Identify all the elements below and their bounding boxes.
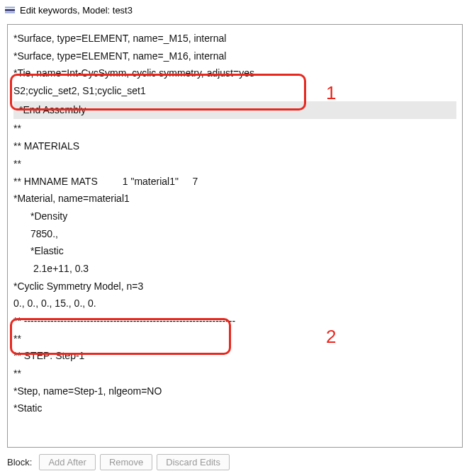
svg-rect-1 bbox=[5, 7, 15, 8]
code-line[interactable]: ** MATERIALS bbox=[13, 139, 456, 154]
bottom-toolbar: Block: Add After Remove Discard Edits bbox=[7, 452, 463, 472]
code-line[interactable]: ** HMNAME MATS 1 "material1" 7 bbox=[13, 174, 456, 190]
code-line[interactable]: 7850., bbox=[13, 227, 456, 242]
remove-button[interactable]: Remove bbox=[100, 454, 152, 470]
discard-edits-button[interactable]: Discard Edits bbox=[157, 454, 230, 470]
svg-rect-0 bbox=[5, 9, 15, 11]
code-line[interactable]: *Static bbox=[13, 401, 456, 416]
code-line[interactable]: *Density bbox=[13, 209, 456, 225]
code-line-selected[interactable]: *End Assembly bbox=[13, 101, 456, 120]
code-line[interactable]: *Cyclic Symmetry Model, n=3 bbox=[13, 279, 456, 295]
app-icon bbox=[4, 4, 16, 16]
code-line[interactable]: *Step, name=Step-1, nlgeom=NO bbox=[13, 384, 456, 400]
block-label: Block: bbox=[7, 457, 32, 468]
titlebar: Edit keywords, Model: test3 bbox=[0, 0, 467, 20]
code-line[interactable]: ** bbox=[13, 157, 456, 172]
code-line[interactable]: *Surface, type=ELEMENT, name=_M16, inter… bbox=[13, 49, 456, 64]
keyword-editor-frame: *Surface, type=ELEMENT, name=_M15, inter… bbox=[7, 24, 463, 448]
code-line[interactable]: S2;cyclic_set2, S1;cyclic_set1 bbox=[13, 84, 456, 99]
add-after-button[interactable]: Add After bbox=[39, 454, 95, 470]
code-line[interactable]: ** STEP: Step-1 bbox=[13, 348, 456, 364]
keyword-editor[interactable]: *Surface, type=ELEMENT, name=_M15, inter… bbox=[8, 25, 462, 423]
code-line[interactable]: *Material, name=material1 bbox=[13, 191, 456, 207]
code-line[interactable]: ** bbox=[13, 121, 456, 137]
window-title: Edit keywords, Model: test3 bbox=[20, 5, 133, 16]
code-line[interactable]: ** bbox=[13, 332, 456, 347]
code-line[interactable]: *Elastic bbox=[13, 244, 456, 259]
svg-rect-2 bbox=[5, 12, 15, 13]
code-line[interactable]: ** bbox=[13, 366, 456, 382]
code-line[interactable]: *Tie, name=Int-CycSymm, cyclic symmetry,… bbox=[13, 66, 456, 81]
code-line[interactable]: 2.1e+11, 0.3 bbox=[13, 261, 456, 277]
code-line[interactable]: *Surface, type=ELEMENT, name=_M15, inter… bbox=[13, 31, 456, 47]
code-line[interactable]: 0., 0., 0., 15., 0., 0. bbox=[13, 296, 456, 312]
code-line[interactable]: ** -------------------------------------… bbox=[13, 314, 456, 329]
